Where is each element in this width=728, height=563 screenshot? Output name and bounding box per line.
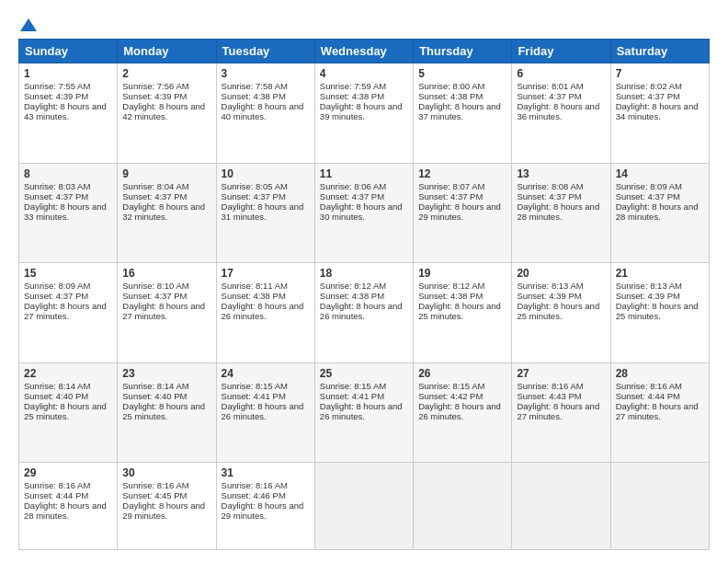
logo-icon xyxy=(20,17,37,33)
day-number: 2 xyxy=(122,67,210,80)
sunset: Sunset: 4:38 PM xyxy=(222,91,286,101)
sunrise: Sunrise: 8:16 AM xyxy=(122,480,188,490)
calendar-header-row: SundayMondayTuesdayWednesdayThursdayFrid… xyxy=(19,40,710,63)
calendar-cell: 18Sunrise: 8:12 AMSunset: 4:38 PMDayligh… xyxy=(314,263,413,363)
daylight: Daylight: 8 hours and 31 minutes. xyxy=(222,201,304,222)
sunrise: Sunrise: 8:14 AM xyxy=(24,381,90,391)
sunset: Sunset: 4:37 PM xyxy=(517,191,581,201)
calendar-cell: 31Sunrise: 8:16 AMSunset: 4:46 PMDayligh… xyxy=(216,463,314,550)
calendar-cell: 22Sunrise: 8:14 AMSunset: 4:40 PMDayligh… xyxy=(19,362,118,463)
calendar-cell: 28Sunrise: 8:16 AMSunset: 4:44 PMDayligh… xyxy=(610,362,709,463)
page: SundayMondayTuesdayWednesdayThursdayFrid… xyxy=(0,0,728,563)
calendar-cell xyxy=(512,463,610,550)
sunset: Sunset: 4:40 PM xyxy=(122,391,187,401)
sunrise: Sunrise: 8:01 AM xyxy=(517,81,583,91)
calendar-cell: 11Sunrise: 8:06 AMSunset: 4:37 PMDayligh… xyxy=(314,163,413,263)
daylight: Daylight: 8 hours and 27 minutes. xyxy=(616,401,699,421)
calendar-cell: 20Sunrise: 8:13 AMSunset: 4:39 PMDayligh… xyxy=(512,263,610,363)
sunrise: Sunrise: 8:15 AM xyxy=(418,381,484,391)
day-number: 26 xyxy=(418,367,506,380)
calendar-cell: 12Sunrise: 8:07 AMSunset: 4:37 PMDayligh… xyxy=(414,163,512,263)
day-number: 20 xyxy=(517,267,605,280)
svg-marker-0 xyxy=(20,18,37,31)
sunset: Sunset: 4:42 PM xyxy=(418,391,483,401)
sunset: Sunset: 4:37 PM xyxy=(418,191,483,201)
day-number: 23 xyxy=(122,367,210,380)
calendar-cell: 9Sunrise: 8:04 AMSunset: 4:37 PMDaylight… xyxy=(118,163,216,263)
sunrise: Sunrise: 8:10 AM xyxy=(122,281,188,291)
calendar-cell: 3Sunrise: 7:58 AMSunset: 4:38 PMDaylight… xyxy=(216,63,314,164)
day-header-saturday: Saturday xyxy=(610,40,709,63)
daylight: Daylight: 8 hours and 34 minutes. xyxy=(616,101,699,121)
day-number: 21 xyxy=(616,267,704,280)
sunset: Sunset: 4:38 PM xyxy=(418,291,483,301)
day-number: 12 xyxy=(418,167,506,180)
calendar-cell: 6Sunrise: 8:01 AMSunset: 4:37 PMDaylight… xyxy=(512,63,610,164)
sunrise: Sunrise: 8:12 AM xyxy=(418,281,484,291)
sunrise: Sunrise: 8:11 AM xyxy=(222,281,288,291)
daylight: Daylight: 8 hours and 29 minutes. xyxy=(222,500,304,521)
sunrise: Sunrise: 8:16 AM xyxy=(222,480,288,490)
sunrise: Sunrise: 8:03 AM xyxy=(24,181,90,191)
calendar-table: SundayMondayTuesdayWednesdayThursdayFrid… xyxy=(18,39,710,550)
day-number: 16 xyxy=(122,267,210,280)
calendar-cell: 1Sunrise: 7:55 AMSunset: 4:39 PMDaylight… xyxy=(19,63,118,164)
calendar-cell: 4Sunrise: 7:59 AMSunset: 4:38 PMDaylight… xyxy=(314,63,413,164)
header xyxy=(18,17,710,29)
sunset: Sunset: 4:39 PM xyxy=(24,91,88,101)
sunrise: Sunrise: 8:07 AM xyxy=(418,181,484,191)
daylight: Daylight: 8 hours and 25 minutes. xyxy=(616,301,699,321)
sunrise: Sunrise: 8:09 AM xyxy=(616,181,682,191)
day-number: 19 xyxy=(418,267,506,280)
daylight: Daylight: 8 hours and 32 minutes. xyxy=(122,201,205,222)
daylight: Daylight: 8 hours and 26 minutes. xyxy=(320,401,403,421)
sunset: Sunset: 4:46 PM xyxy=(222,490,286,500)
sunset: Sunset: 4:45 PM xyxy=(122,490,187,500)
calendar-cell: 15Sunrise: 8:09 AMSunset: 4:37 PMDayligh… xyxy=(19,263,118,363)
sunset: Sunset: 4:37 PM xyxy=(24,191,88,201)
calendar-cell xyxy=(610,463,709,550)
day-number: 10 xyxy=(222,167,310,180)
sunrise: Sunrise: 7:59 AM xyxy=(320,81,386,91)
sunrise: Sunrise: 8:04 AM xyxy=(122,181,188,191)
day-header-sunday: Sunday xyxy=(19,40,118,63)
logo xyxy=(18,17,37,29)
day-number: 14 xyxy=(616,167,704,180)
sunrise: Sunrise: 8:00 AM xyxy=(418,81,484,91)
day-header-tuesday: Tuesday xyxy=(216,40,314,63)
sunrise: Sunrise: 8:14 AM xyxy=(122,381,188,391)
calendar-cell: 17Sunrise: 8:11 AMSunset: 4:38 PMDayligh… xyxy=(216,263,314,363)
day-number: 25 xyxy=(320,367,408,380)
sunset: Sunset: 4:44 PM xyxy=(616,391,680,401)
calendar-cell: 27Sunrise: 8:16 AMSunset: 4:43 PMDayligh… xyxy=(512,362,610,463)
daylight: Daylight: 8 hours and 36 minutes. xyxy=(517,101,599,121)
calendar-cell: 13Sunrise: 8:08 AMSunset: 4:37 PMDayligh… xyxy=(512,163,610,263)
calendar-cell: 5Sunrise: 8:00 AMSunset: 4:38 PMDaylight… xyxy=(414,63,512,164)
sunrise: Sunrise: 8:15 AM xyxy=(222,381,288,391)
day-number: 3 xyxy=(222,67,310,80)
day-number: 27 xyxy=(517,367,605,380)
daylight: Daylight: 8 hours and 27 minutes. xyxy=(517,401,599,421)
calendar-cell: 19Sunrise: 8:12 AMSunset: 4:38 PMDayligh… xyxy=(414,263,512,363)
calendar-cell: 16Sunrise: 8:10 AMSunset: 4:37 PMDayligh… xyxy=(118,263,216,363)
sunset: Sunset: 4:38 PM xyxy=(320,91,384,101)
calendar-cell: 29Sunrise: 8:16 AMSunset: 4:44 PMDayligh… xyxy=(19,463,118,550)
sunset: Sunset: 4:39 PM xyxy=(122,91,187,101)
calendar-cell: 30Sunrise: 8:16 AMSunset: 4:45 PMDayligh… xyxy=(118,463,216,550)
sunset: Sunset: 4:43 PM xyxy=(517,391,581,401)
day-number: 17 xyxy=(222,267,310,280)
sunrise: Sunrise: 7:58 AM xyxy=(222,81,288,91)
sunset: Sunset: 4:39 PM xyxy=(616,291,680,301)
sunrise: Sunrise: 8:06 AM xyxy=(320,181,386,191)
day-number: 22 xyxy=(24,367,112,380)
sunrise: Sunrise: 8:15 AM xyxy=(320,381,386,391)
sunset: Sunset: 4:37 PM xyxy=(616,191,680,201)
sunrise: Sunrise: 8:16 AM xyxy=(616,381,682,391)
daylight: Daylight: 8 hours and 25 minutes. xyxy=(418,301,501,321)
daylight: Daylight: 8 hours and 28 minutes. xyxy=(517,201,599,222)
day-number: 1 xyxy=(24,67,112,80)
daylight: Daylight: 8 hours and 42 minutes. xyxy=(122,101,205,121)
calendar-cell xyxy=(414,463,512,550)
day-number: 29 xyxy=(24,466,112,479)
sunset: Sunset: 4:38 PM xyxy=(418,91,483,101)
